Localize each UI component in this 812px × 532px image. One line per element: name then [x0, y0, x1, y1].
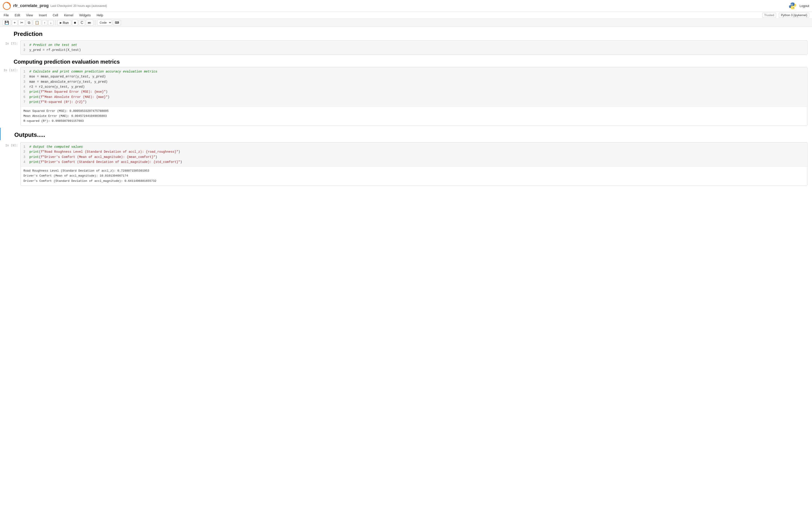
code-line: 2 mse = mean_squared_error(y_test, y_pre…: [24, 74, 804, 79]
line-num: 4: [24, 160, 27, 164]
move-down-button[interactable]: ↓: [48, 20, 54, 26]
line-code: print(f"Driver's Comfort (Standard Devia…: [29, 160, 804, 164]
code-line: 1 # Calculate and print common predictio…: [24, 69, 804, 74]
line-num: 1: [24, 69, 27, 74]
menubar-right: Trusted Python 3 (ipykernel): [762, 13, 809, 17]
output-line-3: R-squared (R²): 0.9985087891157983: [24, 119, 804, 124]
metrics-heading: Computing prediction evaluation metrics: [14, 59, 798, 65]
logout-button[interactable]: Logout: [799, 4, 809, 8]
code-line: 5 print(f"Mean Squared Error (MSE): {mse…: [24, 89, 804, 94]
code-line: 4 print(f"Driver's Comfort (Standard Dev…: [24, 160, 804, 164]
menubar: File Edit View Insert Cell Kernel Widget…: [0, 12, 812, 19]
outputs-section: Outputs.....: [0, 128, 812, 140]
cell-9-output: Road Roughness Level (Standard Deviation…: [21, 166, 807, 185]
prediction-heading-cell: Prediction: [0, 27, 812, 39]
notebook-content: Prediction In [7]: 1 # Predict on the te…: [0, 27, 812, 186]
code-line: 2 y_pred = rf.predict(X_test): [24, 47, 804, 53]
line-code: y_pred = rf.predict(X_test): [29, 47, 804, 53]
code-line: 2 print(f"Road Roughness Level (Standard…: [24, 149, 804, 154]
line-code: # Calculate and print common prediction …: [29, 69, 804, 74]
line-num: 6: [24, 94, 27, 100]
toolbar: 💾 + ✂ ⧉ 📋 ↑ ↓ ▶ Run ■ C ⏭ Code ⌨: [0, 19, 812, 27]
code-line: 1 # Output the computed values: [24, 144, 804, 149]
cell-type-select[interactable]: Code: [97, 20, 112, 26]
checkpoint-info: Last Checkpoint: 20 hours ago (autosaved…: [50, 4, 107, 8]
line-code: # Output the computed values: [29, 144, 804, 149]
run-button[interactable]: ▶ Run: [57, 20, 71, 26]
menu-help[interactable]: Help: [96, 13, 104, 17]
line-num: 2: [24, 149, 27, 154]
line-num: 2: [24, 47, 27, 53]
menu-cell[interactable]: Cell: [52, 13, 59, 17]
fast-forward-button[interactable]: ⏭: [86, 20, 93, 26]
line-code: print(f"Mean Squared Error (MSE): {mse}"…: [29, 89, 804, 94]
code-cell-7: In [7]: 1 # Predict on the test set 2 y_…: [0, 40, 812, 55]
line-code: print(f"R-squared (R²): {r2}"): [29, 100, 804, 105]
code-cell-12: In [12]: 1 # Calculate and print common …: [0, 67, 812, 126]
save-button[interactable]: 💾: [3, 19, 11, 26]
line-num: 1: [24, 144, 27, 149]
cut-button[interactable]: ✂: [18, 19, 25, 26]
line-code: # Predict on the test set: [29, 43, 804, 47]
code-line: 1 # Predict on the test set: [24, 43, 804, 47]
copy-button[interactable]: ⧉: [26, 20, 32, 26]
cell-12-content[interactable]: 1 # Calculate and print common predictio…: [20, 67, 808, 126]
output-line-1: Mean Squared Error (MSE): 0.000585332074…: [24, 109, 804, 114]
run-label: Run: [63, 21, 69, 25]
metrics-heading-cell: Computing prediction evaluation metrics: [0, 56, 812, 66]
jupyter-logo-area: [3, 2, 11, 10]
restart-button[interactable]: C: [79, 20, 85, 26]
line-code: mae = mean_absolute_error(y_test, y_pred…: [29, 79, 804, 84]
cell-7-code-area[interactable]: 1 # Predict on the test set 2 y_pred = r…: [21, 41, 807, 55]
python-logo-icon: [788, 2, 797, 10]
svg-point-2: [793, 7, 794, 8]
menu-file[interactable]: File: [3, 13, 10, 17]
code-line: 7 print(f"R-squared (R²): {r2}"): [24, 100, 804, 105]
menu-insert[interactable]: Insert: [38, 13, 48, 17]
line-num: 5: [24, 89, 27, 94]
cell-9-label: In [9]:: [0, 142, 20, 186]
code-line: 3 mae = mean_absolute_error(y_test, y_pr…: [24, 79, 804, 84]
outputs-heading-cell: Outputs.....: [1, 128, 812, 140]
line-num: 7: [24, 100, 27, 105]
line-num: 3: [24, 79, 27, 84]
svg-point-0: [3, 2, 11, 10]
stop-button[interactable]: ■: [72, 20, 78, 26]
code-line: 4 r2 = r2_score(y_test, y_pred): [24, 84, 804, 89]
line-num: 2: [24, 74, 27, 79]
menu-kernel[interactable]: Kernel: [63, 13, 74, 17]
jupyter-logo-icon: [3, 2, 11, 10]
cell-12-output: Mean Squared Error (MSE): 0.000585332074…: [21, 107, 807, 125]
code-line: 3 print(f"Driver's Comfort (Mean of accl…: [24, 154, 804, 160]
cell-9-content[interactable]: 1 # Output the computed values 2 print(f…: [20, 142, 808, 186]
line-code: print(f"Driver's Comfort (Mean of accl_m…: [29, 154, 804, 160]
add-cell-button[interactable]: +: [12, 20, 17, 26]
cell-7-label: In [7]:: [0, 41, 20, 55]
paste-button[interactable]: 📋: [33, 19, 41, 26]
navbar: rfr_correlate_prog Last Checkpoint: 20 h…: [0, 0, 812, 12]
svg-point-1: [792, 4, 793, 4]
cell-12-code-area[interactable]: 1 # Calculate and print common predictio…: [21, 67, 807, 107]
menu-widgets[interactable]: Widgets: [78, 13, 92, 17]
line-code: r2 = r2_score(y_test, y_pred): [29, 84, 804, 89]
output-line-2: Driver's Comfort (Mean of accl_magnitude…: [24, 173, 804, 178]
line-code: print(f"Road Roughness Level (Standard D…: [29, 149, 804, 154]
line-num: 4: [24, 84, 27, 89]
kernel-badge: Python 3 (ipykernel): [779, 13, 809, 17]
trusted-badge: Trusted: [762, 13, 776, 17]
prediction-heading: Prediction: [14, 30, 798, 38]
line-num: 1: [24, 43, 27, 47]
output-line-3: Driver's Comfort (Standard Deviation of …: [24, 179, 804, 183]
menu-view[interactable]: View: [25, 13, 34, 17]
menu-edit[interactable]: Edit: [14, 13, 21, 17]
outputs-heading: Outputs.....: [14, 131, 798, 138]
keyboard-shortcuts-button[interactable]: ⌨: [113, 20, 121, 25]
run-triangle-icon: ▶: [60, 21, 62, 24]
line-code: print(f"Mean Absolute Error (MAE): {mae}…: [29, 94, 804, 100]
cell-9-code-area[interactable]: 1 # Output the computed values 2 print(f…: [21, 143, 807, 166]
navbar-right: Logout: [788, 2, 809, 10]
cell-7-content[interactable]: 1 # Predict on the test set 2 y_pred = r…: [20, 41, 808, 55]
output-line-1: Road Roughness Level (Standard Deviation…: [24, 168, 804, 173]
move-up-button[interactable]: ↑: [42, 20, 47, 26]
code-line: 6 print(f"Mean Absolute Error (MAE): {ma…: [24, 94, 804, 100]
